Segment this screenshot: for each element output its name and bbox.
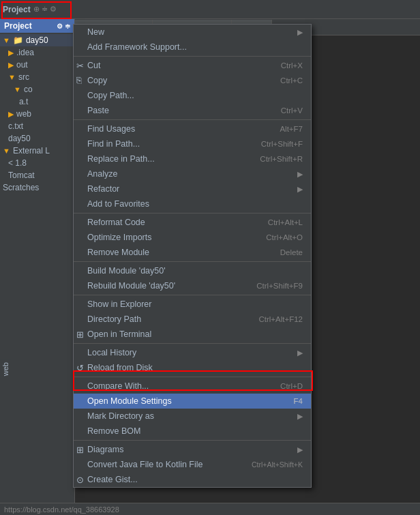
separator-1 (74, 56, 311, 57)
folder-icon-2: 📁 (13, 35, 23, 45)
sidebar-item-external[interactable]: ▼ External L (0, 145, 74, 157)
menu-item-rebuild[interactable]: Rebuild Module 'day50' Ctrl+Shift+F9 (74, 278, 311, 293)
shortcut-paste: Ctrl+V (281, 106, 303, 115)
context-menu[interactable]: New ▶ Add Framework Support... ✂ Cut Ctr… (73, 24, 312, 488)
menu-item-add-favorites[interactable]: Add to Favorites (74, 196, 311, 211)
menu-item-refactor[interactable]: Refactor ▶ (74, 181, 311, 196)
menu-label-find-in-path: Find in Path... (87, 139, 140, 149)
menu-item-remove-module[interactable]: Remove Module Delete (74, 245, 311, 260)
sidebar-label-day50: day50 (26, 35, 48, 45)
sidebar-label-external: External L (13, 146, 50, 156)
separator-3 (74, 213, 311, 214)
menu-item-new[interactable]: New ▶ (74, 25, 311, 40)
menu-label-remove-bom: Remove BOM (87, 426, 141, 436)
arrow-icon-co: ▼ (14, 85, 21, 93)
menu-item-optimize[interactable]: Optimize Imports Ctrl+Alt+O (74, 230, 311, 245)
submenu-arrow-refactor: ▶ (297, 185, 303, 194)
sidebar-label-co: co (24, 85, 33, 94)
sidebar-item-co[interactable]: ▼ co (0, 83, 74, 95)
menu-label-reload: Reload from Disk (87, 363, 153, 372)
menu-label-optimize: Optimize Imports (87, 233, 151, 242)
copy-icon: ⎘ (76, 76, 82, 85)
arrow-icon-src: ▼ (8, 73, 16, 81)
menu-item-copy[interactable]: ⎘ Copy Ctrl+C (74, 73, 311, 88)
folder-icon: ▼ (3, 36, 10, 44)
sidebar-item-tomcat[interactable]: Tomcat (0, 169, 74, 181)
arrow-icon-web: ▶ (8, 110, 14, 119)
shortcut-compare: Ctrl+D (280, 382, 303, 390)
sidebar-item-day50[interactable]: ▼ 📁 day50 (0, 34, 74, 46)
sidebar-label-18: < 1.8 (8, 158, 27, 168)
menu-item-paste[interactable]: Paste Ctrl+V (74, 103, 311, 118)
sidebar-label-idea: .idea (16, 48, 34, 57)
sidebar-panel: Project ⚙ ≑ ▼ 📁 day50 ▶ .idea ▶ out ▼ sr… (0, 19, 75, 515)
toolbar-icons: ⊕ ≑ ⚙ (33, 5, 57, 14)
separator-8 (74, 440, 311, 441)
sidebar-item-ctxt[interactable]: c.txt (0, 120, 74, 132)
menu-item-copy-path[interactable]: Copy Path... (74, 88, 311, 103)
sidebar-header: Project ⚙ ≑ (0, 19, 74, 33)
menu-label-show-explorer: Show in Explorer (87, 299, 152, 309)
top-toolbar: Project ⊕ ≑ ⚙ (0, 0, 420, 19)
menu-item-dir-path[interactable]: Directory Path Ctrl+Alt+F12 (74, 312, 311, 327)
sidebar-item-day50-2[interactable]: day50 (0, 132, 74, 145)
menu-item-remove-bom[interactable]: Remove BOM (74, 424, 311, 439)
menu-item-reload[interactable]: ↺ Reload from Disk (74, 360, 311, 375)
separator-7 (74, 377, 311, 377)
menu-item-find-in-path[interactable]: Find in Path... Ctrl+Shift+F (74, 136, 311, 151)
separator-6 (74, 343, 311, 344)
menu-label-compare: Compare With... (87, 381, 149, 391)
menu-item-compare[interactable]: Compare With... Ctrl+D (74, 379, 311, 394)
menu-item-find-usages[interactable]: Find Usages Alt+F7 (74, 121, 311, 136)
shortcut-open-module: F4 (294, 397, 303, 405)
sidebar-item-18[interactable]: < 1.8 (0, 157, 74, 169)
menu-label-mark-dir: Mark Directory as (87, 411, 154, 421)
sidebar-item-web[interactable]: ▶ web (0, 108, 74, 120)
arrow-icon-out: ▶ (8, 61, 14, 70)
menu-item-open-terminal[interactable]: ⊞ Open in Terminal (74, 327, 311, 342)
menu-item-add-framework[interactable]: Add Framework Support... (74, 40, 311, 55)
menu-item-replace-in-path[interactable]: Replace in Path... Ctrl+Shift+R (74, 151, 311, 166)
sidebar-label-src: src (18, 72, 29, 82)
shortcut-cut: Ctrl+X (281, 61, 303, 70)
menu-item-create-gist[interactable]: ⊙ Create Gist... (74, 472, 311, 487)
menu-item-convert[interactable]: Convert Java File to Kotlin File Ctrl+Al… (74, 457, 311, 472)
sidebar-item-at[interactable]: a.t (0, 95, 74, 108)
menu-label-convert: Convert Java File to Kotlin File (87, 460, 203, 469)
separator-4 (74, 261, 311, 262)
diagrams-icon: ⊞ (76, 445, 84, 455)
menu-label-build: Build Module 'day50' (87, 266, 166, 276)
project-label: Project (3, 5, 31, 14)
menu-label-create-gist: Create Gist... (87, 475, 138, 484)
menu-item-diagrams[interactable]: ⊞ Diagrams ▶ (74, 442, 311, 457)
shortcut-replace-in-path: Ctrl+Shift+R (260, 155, 303, 163)
menu-item-analyze[interactable]: Analyze ▶ (74, 166, 311, 181)
sidebar-label-at: a.t (19, 97, 28, 106)
shortcut-optimize: Ctrl+Alt+O (266, 233, 303, 241)
submenu-arrow-analyze: ▶ (297, 170, 303, 179)
menu-item-reformat[interactable]: Reformat Code Ctrl+Alt+L (74, 215, 311, 230)
shortcut-remove-module: Delete (280, 248, 303, 256)
sidebar-item-idea[interactable]: ▶ .idea (0, 46, 74, 59)
menu-label-replace-in-path: Replace in Path... (87, 154, 155, 164)
menu-item-local-history[interactable]: Local History ▶ (74, 345, 311, 360)
menu-label-add-framework: Add Framework Support... (87, 42, 187, 52)
menu-item-cut[interactable]: ✂ Cut Ctrl+X (74, 58, 311, 73)
menu-label-dir-path: Directory Path (87, 314, 141, 324)
menu-label-new: New (87, 27, 104, 37)
menu-item-show-explorer[interactable]: Show in Explorer (74, 297, 311, 312)
shortcut-convert: Ctrl+Alt+Shift+K (252, 460, 303, 469)
menu-item-mark-dir[interactable]: Mark Directory as ▶ (74, 409, 311, 424)
shortcut-dir-path: Ctrl+Alt+F12 (258, 315, 303, 323)
menu-label-copy-path: Copy Path... (87, 91, 134, 100)
menu-label-copy: Copy (87, 76, 107, 85)
sidebar-item-src[interactable]: ▼ src (0, 71, 74, 83)
menu-label-reformat: Reformat Code (87, 218, 145, 227)
sidebar-item-scratches[interactable]: Scratches (0, 181, 74, 194)
menu-label-local-history: Local History (87, 348, 136, 357)
menu-item-build[interactable]: Build Module 'day50' (74, 263, 311, 278)
menu-label-refactor: Refactor (87, 184, 119, 194)
sidebar-item-out[interactable]: ▶ out (0, 59, 74, 71)
shortcut-rebuild: Ctrl+Shift+F9 (256, 282, 303, 290)
menu-item-open-module[interactable]: Open Module Settings F4 (74, 394, 311, 409)
